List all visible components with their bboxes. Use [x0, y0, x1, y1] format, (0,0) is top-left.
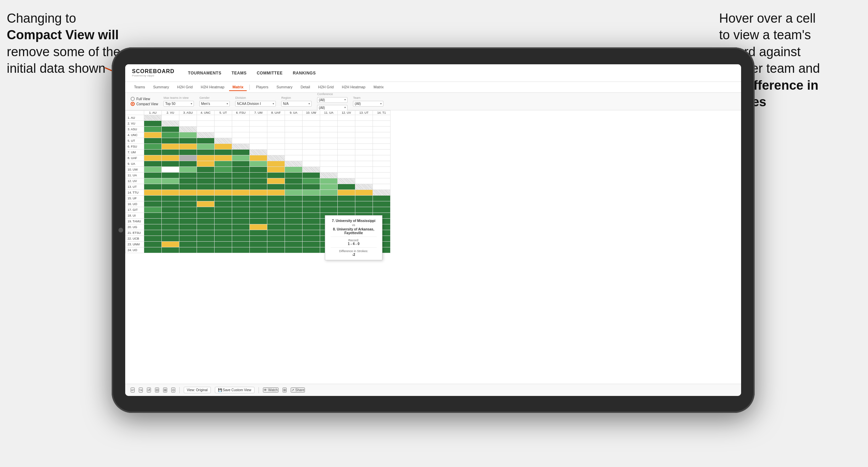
matrix-cell[interactable] [197, 178, 215, 184]
matrix-cell[interactable] [144, 190, 162, 196]
matrix-cell[interactable] [373, 161, 391, 167]
matrix-cell[interactable] [285, 213, 303, 219]
zoom-out-button[interactable]: ⊟ [155, 387, 159, 393]
matrix-cell[interactable] [373, 196, 391, 201]
matrix-cell[interactable] [250, 196, 267, 201]
matrix-cell[interactable] [320, 127, 338, 132]
matrix-cell[interactable] [338, 173, 355, 178]
matrix-cell[interactable] [197, 207, 215, 213]
subnav-players-h2h-grid[interactable]: H2H Grid [315, 84, 337, 91]
matrix-cell[interactable] [179, 121, 197, 127]
matrix-cell[interactable] [285, 115, 303, 121]
matrix-cell[interactable] [338, 207, 355, 213]
matrix-cell[interactable] [215, 150, 232, 155]
matrix-cell[interactable] [373, 150, 391, 155]
matrix-cell[interactable] [285, 138, 303, 144]
matrix-cell[interactable] [303, 242, 320, 247]
matrix-cell[interactable] [338, 115, 355, 121]
nav-tournaments[interactable]: TOURNAMENTS [188, 71, 222, 75]
matrix-cell[interactable] [215, 213, 232, 219]
matrix-cell[interactable] [267, 144, 285, 150]
matrix-cell[interactable] [162, 161, 179, 167]
matrix-cell[interactable] [232, 161, 250, 167]
matrix-cell[interactable] [197, 242, 215, 247]
matrix-cell[interactable] [250, 155, 267, 161]
subnav-teams[interactable]: Teams [131, 84, 148, 91]
matrix-cell[interactable] [162, 201, 179, 207]
matrix-cell[interactable] [215, 230, 232, 236]
matrix-cell[interactable] [355, 196, 373, 201]
matrix-cell[interactable] [373, 127, 391, 132]
matrix-cell[interactable] [320, 184, 338, 190]
matrix-cell[interactable] [215, 161, 232, 167]
matrix-cell[interactable] [267, 190, 285, 196]
reset-button[interactable]: ⊙ [171, 387, 175, 393]
matrix-cell[interactable] [232, 115, 250, 121]
matrix-cell[interactable] [285, 247, 303, 253]
undo-button[interactable]: ↩ [131, 387, 135, 393]
matrix-cell[interactable] [250, 150, 267, 155]
matrix-cell[interactable] [250, 184, 267, 190]
matrix-cell[interactable] [250, 190, 267, 196]
matrix-cell[interactable] [179, 115, 197, 121]
matrix-cell[interactable] [285, 161, 303, 167]
subnav-players-h2h-heatmap[interactable]: H2H Heatmap [338, 84, 369, 91]
matrix-cell[interactable] [144, 184, 162, 190]
matrix-cell[interactable] [303, 138, 320, 144]
matrix-cell[interactable] [197, 127, 215, 132]
matrix-cell[interactable] [338, 190, 355, 196]
matrix-cell[interactable] [355, 161, 373, 167]
matrix-cell[interactable] [215, 178, 232, 184]
matrix-cell[interactable] [303, 207, 320, 213]
matrix-cell[interactable] [215, 236, 232, 242]
matrix-cell[interactable] [250, 138, 267, 144]
subnav-players-summary[interactable]: Summary [273, 84, 296, 91]
matrix-cell[interactable] [373, 167, 391, 173]
matrix-cell[interactable] [197, 236, 215, 242]
matrix-cell[interactable] [285, 201, 303, 207]
nav-rankings[interactable]: RANKINGS [293, 71, 316, 75]
matrix-cell[interactable] [355, 173, 373, 178]
matrix-cell[interactable] [285, 178, 303, 184]
max-teams-select[interactable]: Top 50 [163, 101, 194, 107]
matrix-cell[interactable] [197, 121, 215, 127]
grid-button[interactable]: ⊞ [283, 387, 287, 393]
matrix-cell[interactable] [162, 242, 179, 247]
matrix-cell[interactable] [338, 155, 355, 161]
share-button[interactable]: ↗ Share [291, 387, 305, 393]
matrix-cell[interactable] [179, 196, 197, 201]
matrix-cell[interactable] [197, 150, 215, 155]
matrix-cell[interactable] [267, 167, 285, 173]
nav-committee[interactable]: COMMITTEE [257, 71, 283, 75]
matrix-cell[interactable] [355, 115, 373, 121]
matrix-cell[interactable] [197, 161, 215, 167]
matrix-cell[interactable] [285, 219, 303, 224]
matrix-cell[interactable] [197, 201, 215, 207]
matrix-cell[interactable] [373, 190, 391, 196]
matrix-cell[interactable] [250, 144, 267, 150]
matrix-cell[interactable] [285, 224, 303, 230]
matrix-cell[interactable] [162, 247, 179, 253]
matrix-cell[interactable] [355, 121, 373, 127]
matrix-cell[interactable] [232, 201, 250, 207]
matrix-cell[interactable] [215, 132, 232, 138]
matrix-cell[interactable] [267, 178, 285, 184]
subnav-players-matrix[interactable]: Matrix [370, 84, 387, 91]
matrix-cell[interactable] [320, 178, 338, 184]
matrix-cell[interactable] [320, 144, 338, 150]
matrix-cell[interactable] [303, 155, 320, 161]
matrix-cell[interactable] [355, 184, 373, 190]
matrix-cell[interactable] [144, 201, 162, 207]
matrix-cell[interactable] [144, 178, 162, 184]
matrix-cell[interactable] [373, 178, 391, 184]
matrix-cell[interactable] [144, 144, 162, 150]
matrix-cell[interactable] [303, 121, 320, 127]
matrix-cell[interactable] [355, 178, 373, 184]
matrix-cell[interactable] [250, 173, 267, 178]
matrix-cell[interactable] [162, 127, 179, 132]
matrix-cell[interactable] [250, 127, 267, 132]
matrix-cell[interactable] [303, 178, 320, 184]
matrix-cell[interactable] [373, 132, 391, 138]
matrix-cell[interactable] [144, 242, 162, 247]
matrix-cell[interactable] [215, 127, 232, 132]
